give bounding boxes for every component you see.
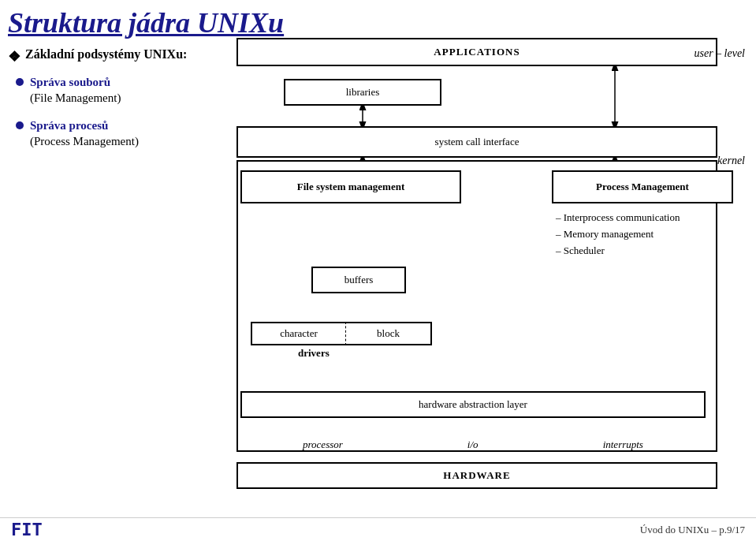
bullet-blue-2: Správa procesů xyxy=(30,119,108,132)
fit-logo: FIT xyxy=(11,520,43,539)
box-filesys: File system management xyxy=(240,170,461,203)
intro-label: Základní podsystémy UNIXu: xyxy=(25,47,187,62)
intro-text: ❖ Základní podsystémy UNIXu: xyxy=(8,47,189,65)
hw-io: i/o xyxy=(467,438,479,451)
box-block: block xyxy=(345,322,432,345)
bottom-bar: FIT Úvod do UNIXu – p.9/17 xyxy=(0,517,756,541)
page-title: Struktura jádra UNIXu xyxy=(8,6,284,39)
label-drivers: drivers xyxy=(298,347,330,360)
box-syscall: system call interface xyxy=(236,126,717,158)
bullet-blue-1: Správa souborů xyxy=(30,76,110,88)
label-kernel: kernel xyxy=(717,155,745,167)
hw-interrupts: interrupts xyxy=(603,438,643,451)
bullet-dot-1 xyxy=(16,78,24,86)
box-charblock-area: character block drivers xyxy=(251,322,479,369)
box-character: character xyxy=(251,322,345,345)
page-info: Úvod do UNIXu – p.9/17 xyxy=(640,524,745,536)
box-hardware: HARDWARE xyxy=(236,462,717,489)
proc-detail-3: Scheduler xyxy=(556,243,729,259)
bullet-item-1: Správa souborů (File Management) xyxy=(16,75,189,106)
label-user-level: user – level xyxy=(694,47,745,60)
diamond-icon: ❖ xyxy=(8,48,20,65)
proc-details: Interprocess communication Memory manage… xyxy=(556,210,729,259)
box-applications: APPLICATIONS xyxy=(236,38,717,66)
box-libraries: libraries xyxy=(284,79,441,106)
left-panel: ❖ Základní podsystémy UNIXu: Správa soub… xyxy=(8,47,189,162)
hw-labels: processor i/o interrupts xyxy=(240,438,706,451)
diagram-area: APPLICATIONS user – level libraries syst… xyxy=(197,38,745,519)
proc-detail-1: Interprocess communication xyxy=(556,210,729,226)
hw-processor: processor xyxy=(303,438,343,451)
bullet-text-1: Správa souborů (File Management) xyxy=(30,75,121,106)
box-procmgmt: Process Management xyxy=(552,170,733,203)
bullet-sub-2: (Process Management) xyxy=(30,134,139,150)
bullet-sub-1: (File Management) xyxy=(30,91,121,106)
proc-detail-2: Memory management xyxy=(556,226,729,243)
bullet-text-2: Správa procesů (Process Management) xyxy=(30,118,139,149)
box-buffers: buffers xyxy=(311,267,406,293)
bullet-dot-2 xyxy=(16,121,24,129)
bullet-item-2: Správa procesů (Process Management) xyxy=(16,118,189,149)
box-hal: hardware abstraction layer xyxy=(240,391,706,418)
